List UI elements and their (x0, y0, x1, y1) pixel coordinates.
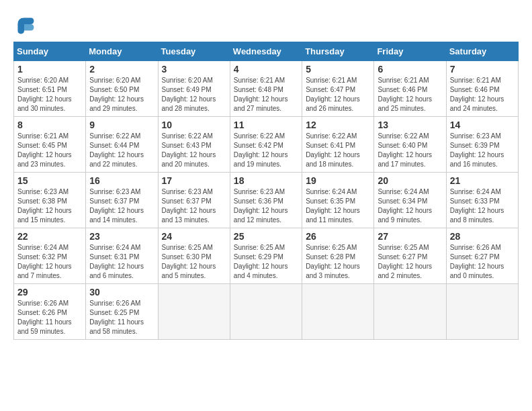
day-info: Sunrise: 6:26 AMSunset: 6:27 PMDaylight:… (450, 243, 515, 281)
day-number: 22 (17, 231, 82, 242)
day-info: Sunrise: 6:25 AMSunset: 6:28 PMDaylight:… (306, 243, 370, 281)
day-number: 10 (162, 120, 226, 130)
calendar-week-row: 8 Sunrise: 6:21 AMSunset: 6:45 PMDayligh… (14, 117, 519, 173)
day-info: Sunrise: 6:23 AMSunset: 6:39 PMDaylight:… (450, 132, 515, 169)
header-sunday: Sunday (14, 42, 86, 61)
calendar-cell: 2 Sunrise: 6:20 AMSunset: 6:50 PMDayligh… (86, 61, 158, 117)
day-info: Sunrise: 6:21 AMSunset: 6:47 PMDaylight:… (306, 76, 370, 113)
calendar-cell: 23 Sunrise: 6:24 AMSunset: 6:31 PMDaylig… (86, 228, 158, 284)
day-info: Sunrise: 6:26 AMSunset: 6:25 PMDaylight:… (89, 299, 154, 336)
calendar-cell: 22 Sunrise: 6:24 AMSunset: 6:32 PMDaylig… (14, 228, 86, 284)
day-number: 1 (17, 64, 82, 75)
day-number: 11 (234, 120, 298, 130)
day-number: 20 (378, 175, 442, 186)
calendar-cell: 9 Sunrise: 6:22 AMSunset: 6:44 PMDayligh… (86, 117, 158, 173)
calendar-cell: 13 Sunrise: 6:22 AMSunset: 6:40 PMDaylig… (374, 117, 446, 173)
header-monday: Monday (86, 42, 158, 61)
calendar-cell: 3 Sunrise: 6:20 AMSunset: 6:49 PMDayligh… (158, 61, 230, 117)
day-number: 16 (89, 175, 154, 186)
day-info: Sunrise: 6:21 AMSunset: 6:48 PMDaylight:… (234, 76, 298, 113)
calendar-cell: 19 Sunrise: 6:24 AMSunset: 6:35 PMDaylig… (302, 173, 374, 228)
day-info: Sunrise: 6:20 AMSunset: 6:49 PMDaylight:… (162, 76, 226, 113)
calendar-cell (446, 284, 518, 340)
day-info: Sunrise: 6:22 AMSunset: 6:40 PMDaylight:… (378, 132, 442, 169)
day-info: Sunrise: 6:25 AMSunset: 6:27 PMDaylight:… (378, 243, 442, 281)
day-info: Sunrise: 6:23 AMSunset: 6:36 PMDaylight:… (234, 187, 298, 225)
header (13, 13, 519, 35)
day-number: 26 (306, 231, 370, 242)
header-saturday: Saturday (446, 42, 518, 61)
calendar-cell: 5 Sunrise: 6:21 AMSunset: 6:47 PMDayligh… (302, 61, 374, 117)
calendar-week-row: 15 Sunrise: 6:23 AMSunset: 6:38 PMDaylig… (14, 173, 519, 228)
day-number: 14 (450, 120, 515, 130)
calendar-cell: 28 Sunrise: 6:26 AMSunset: 6:27 PMDaylig… (446, 228, 518, 284)
day-info: Sunrise: 6:21 AMSunset: 6:46 PMDaylight:… (378, 76, 442, 113)
day-number: 2 (89, 64, 154, 75)
day-number: 5 (306, 64, 370, 75)
calendar-cell: 29 Sunrise: 6:26 AMSunset: 6:26 PMDaylig… (14, 284, 86, 340)
day-number: 25 (234, 231, 298, 242)
header-tuesday: Tuesday (158, 42, 230, 61)
day-info: Sunrise: 6:24 AMSunset: 6:33 PMDaylight:… (450, 187, 515, 225)
day-number: 21 (450, 175, 515, 186)
calendar-cell: 7 Sunrise: 6:21 AMSunset: 6:46 PMDayligh… (446, 61, 518, 117)
day-number: 27 (378, 231, 442, 242)
calendar-cell: 11 Sunrise: 6:22 AMSunset: 6:42 PMDaylig… (230, 117, 302, 173)
day-info: Sunrise: 6:21 AMSunset: 6:45 PMDaylight:… (17, 132, 82, 169)
day-info: Sunrise: 6:22 AMSunset: 6:42 PMDaylight:… (234, 132, 298, 169)
calendar-cell: 6 Sunrise: 6:21 AMSunset: 6:46 PMDayligh… (374, 61, 446, 117)
day-info: Sunrise: 6:24 AMSunset: 6:32 PMDaylight:… (17, 243, 82, 281)
calendar-week-row: 22 Sunrise: 6:24 AMSunset: 6:32 PMDaylig… (14, 228, 519, 284)
day-number: 6 (378, 64, 442, 75)
logo (13, 13, 39, 35)
day-number: 3 (162, 64, 226, 75)
day-number: 23 (89, 231, 154, 242)
header-friday: Friday (374, 42, 446, 61)
day-number: 24 (162, 231, 226, 242)
day-number: 18 (234, 175, 298, 186)
day-number: 4 (234, 64, 298, 75)
calendar-cell: 17 Sunrise: 6:23 AMSunset: 6:37 PMDaylig… (158, 173, 230, 228)
day-info: Sunrise: 6:20 AMSunset: 6:51 PMDaylight:… (17, 76, 82, 113)
calendar-cell: 26 Sunrise: 6:25 AMSunset: 6:28 PMDaylig… (302, 228, 374, 284)
day-info: Sunrise: 6:23 AMSunset: 6:38 PMDaylight:… (17, 187, 82, 225)
day-info: Sunrise: 6:21 AMSunset: 6:46 PMDaylight:… (450, 76, 515, 113)
day-info: Sunrise: 6:25 AMSunset: 6:30 PMDaylight:… (162, 243, 226, 281)
weekday-header-row: Sunday Monday Tuesday Wednesday Thursday… (14, 42, 519, 61)
day-info: Sunrise: 6:24 AMSunset: 6:35 PMDaylight:… (306, 187, 370, 225)
day-number: 28 (450, 231, 515, 242)
calendar-cell: 20 Sunrise: 6:24 AMSunset: 6:34 PMDaylig… (374, 173, 446, 228)
day-info: Sunrise: 6:22 AMSunset: 6:44 PMDaylight:… (89, 132, 154, 169)
header-thursday: Thursday (302, 42, 374, 61)
calendar-cell: 16 Sunrise: 6:23 AMSunset: 6:37 PMDaylig… (86, 173, 158, 228)
calendar-cell: 27 Sunrise: 6:25 AMSunset: 6:27 PMDaylig… (374, 228, 446, 284)
page-container: Sunday Monday Tuesday Wednesday Thursday… (13, 13, 519, 340)
calendar-cell (158, 284, 230, 340)
calendar-cell: 12 Sunrise: 6:22 AMSunset: 6:41 PMDaylig… (302, 117, 374, 173)
calendar-week-row: 29 Sunrise: 6:26 AMSunset: 6:26 PMDaylig… (14, 284, 519, 340)
day-number: 13 (378, 120, 442, 130)
day-number: 17 (162, 175, 226, 186)
day-number: 19 (306, 175, 370, 186)
calendar-cell (230, 284, 302, 340)
calendar-week-row: 1 Sunrise: 6:20 AMSunset: 6:51 PMDayligh… (14, 61, 519, 117)
calendar-cell: 24 Sunrise: 6:25 AMSunset: 6:30 PMDaylig… (158, 228, 230, 284)
day-info: Sunrise: 6:24 AMSunset: 6:31 PMDaylight:… (89, 243, 154, 281)
calendar-cell: 25 Sunrise: 6:25 AMSunset: 6:29 PMDaylig… (230, 228, 302, 284)
day-number: 29 (17, 287, 82, 298)
calendar-cell (374, 284, 446, 340)
day-info: Sunrise: 6:22 AMSunset: 6:43 PMDaylight:… (162, 132, 226, 169)
day-info: Sunrise: 6:25 AMSunset: 6:29 PMDaylight:… (234, 243, 298, 281)
day-info: Sunrise: 6:22 AMSunset: 6:41 PMDaylight:… (306, 132, 370, 169)
calendar-cell (302, 284, 374, 340)
day-info: Sunrise: 6:23 AMSunset: 6:37 PMDaylight:… (162, 187, 226, 225)
day-number: 8 (17, 120, 82, 130)
day-number: 30 (89, 287, 154, 298)
calendar-cell: 18 Sunrise: 6:23 AMSunset: 6:36 PMDaylig… (230, 173, 302, 228)
calendar-table: Sunday Monday Tuesday Wednesday Thursday… (13, 42, 519, 340)
day-number: 15 (17, 175, 82, 186)
calendar-cell: 15 Sunrise: 6:23 AMSunset: 6:38 PMDaylig… (14, 173, 86, 228)
day-info: Sunrise: 6:24 AMSunset: 6:34 PMDaylight:… (378, 187, 442, 225)
calendar-cell: 21 Sunrise: 6:24 AMSunset: 6:33 PMDaylig… (446, 173, 518, 228)
day-info: Sunrise: 6:26 AMSunset: 6:26 PMDaylight:… (17, 299, 82, 336)
